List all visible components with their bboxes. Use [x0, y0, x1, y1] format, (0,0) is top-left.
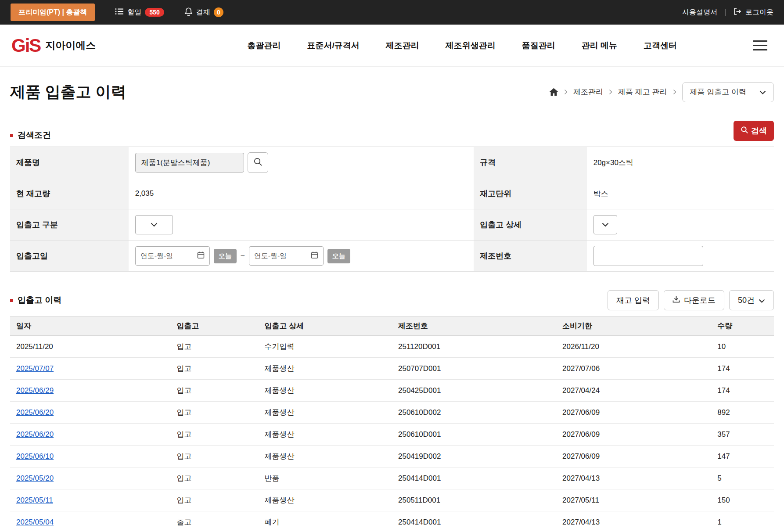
date-to-placeholder: 연도-월-일	[254, 252, 287, 261]
date-link[interactable]: 2025/06/10	[16, 452, 54, 460]
mfg-number-input[interactable]	[593, 246, 703, 266]
date-link[interactable]: 2025/06/29	[16, 386, 54, 395]
todo-list-icon	[115, 8, 124, 17]
date-link[interactable]: 2025/06/20	[16, 408, 54, 417]
detail-cell: 수기입력	[258, 336, 392, 358]
mfg-cell: 250425D001	[392, 380, 556, 402]
date-link[interactable]: 2025/05/11	[16, 496, 53, 504]
table-row: 2025/06/10 입고 제품생산 250419D002 2027/06/09…	[10, 446, 774, 467]
download-button-label: 다운로드	[684, 295, 716, 306]
search-section-title: 검색조건	[10, 129, 51, 141]
stock-unit-value: 박스	[593, 190, 608, 198]
date-link[interactable]: 2025/07/07	[16, 364, 54, 373]
premium-badge[interactable]: 프리미엄(PT) | 총괄책	[11, 4, 95, 21]
nav-item-hygiene[interactable]: 제조위생관리	[446, 40, 496, 51]
hamburger-menu-button[interactable]	[752, 39, 769, 52]
search-button[interactable]: 검색	[734, 121, 774, 141]
table-row: 2025/06/20 입고 제품생산 250610D002 2027/06/09…	[10, 402, 774, 424]
nav-item-standards[interactable]: 표준서/규격서	[307, 40, 359, 51]
stock-input-button[interactable]: 재고 입력	[608, 290, 659, 310]
search-form: 제품명 제품1(분말스틱제품) 규격 20g×30스틱 현 재고량 2,0	[10, 147, 774, 272]
history-table: 일자 입출고 입출고 상세 제조번호 소비기한 수량 2025/11/20 입고…	[10, 316, 774, 532]
date-from-placeholder: 연도-월-일	[140, 252, 173, 261]
chevron-down-icon	[602, 220, 609, 229]
chevron-down-icon	[151, 220, 158, 229]
logo[interactable]: GiS 지아이에스	[11, 36, 96, 55]
logo-mark: GiS	[11, 36, 40, 55]
breadcrumb-item-product-stock[interactable]: 제품 재고 관리	[618, 87, 667, 97]
mfg-cell: 250419D002	[392, 446, 556, 467]
product-name-input[interactable]: 제품1(분말스틱제품)	[135, 153, 244, 173]
history-section-title-text: 입출고 이력	[18, 295, 61, 306]
inout-type-select[interactable]	[135, 215, 173, 234]
table-header-row: 일자 입출고 입출고 상세 제조번호 소비기한 수량	[10, 316, 774, 336]
detail-cell: 제품생산	[258, 424, 392, 446]
breadcrumb-item-manufacturing[interactable]: 제조관리	[573, 87, 603, 97]
mfg-cell: 250610D002	[392, 402, 556, 424]
home-icon[interactable]	[549, 88, 558, 96]
breadcrumb: 제조관리 제품 재고 관리 제품 입출고 이력	[549, 82, 774, 102]
logout-icon	[734, 7, 742, 17]
stock-input-button-label: 재고 입력	[616, 295, 650, 306]
download-icon	[673, 295, 680, 305]
inout-detail-select[interactable]	[593, 215, 617, 234]
expiry-cell: 2027/07/06	[556, 358, 711, 380]
header: GiS 지아이에스 총괄관리 표준서/규격서 제조관리 제조위생관리 품질관리 …	[0, 25, 784, 67]
history-actions: 재고 입력 다운로드 50건	[608, 290, 774, 310]
inout-cell: 입고	[170, 380, 258, 402]
spec-label: 규격	[474, 147, 587, 178]
breadcrumb-current-label: 제품 입출고 이력	[690, 87, 746, 97]
detail-cell: 제품생산	[258, 489, 392, 511]
detail-cell: 제품생산	[258, 402, 392, 424]
qty-cell: 174	[711, 380, 774, 402]
inout-cell: 입고	[170, 336, 258, 358]
download-button[interactable]: 다운로드	[664, 290, 724, 310]
nav-item-quality[interactable]: 품질관리	[522, 40, 555, 51]
page-size-select[interactable]: 50건	[729, 290, 774, 310]
mfg-cell: 250414D001	[392, 467, 556, 489]
qty-cell: 10	[711, 336, 774, 358]
inout-detail-label: 입출고 상세	[474, 209, 587, 241]
date-range-separator: ~	[241, 252, 245, 260]
bell-icon	[184, 7, 193, 18]
product-search-button[interactable]	[248, 152, 268, 173]
inout-cell: 입고	[170, 402, 258, 424]
logo-name: 지아이에스	[45, 39, 96, 52]
logout-button[interactable]: 로그아웃	[734, 7, 773, 17]
date-to-input[interactable]: 연도-월-일	[249, 246, 324, 266]
date-link[interactable]: 2025/05/20	[16, 474, 54, 482]
col-header-inout: 입출고	[170, 316, 258, 336]
search-button-label: 검색	[751, 126, 767, 136]
nav-item-admin-menu[interactable]: 관리 메뉴	[582, 40, 617, 51]
inout-cell: 입고	[170, 358, 258, 380]
chevron-right-icon	[609, 89, 612, 95]
qty-cell: 1	[711, 511, 774, 532]
table-row: 2025/05/04 출고 폐기 250414D001 2027/04/13 1	[10, 511, 774, 532]
main-nav: 총괄관리 표준서/규격서 제조관리 제조위생관리 품질관리 관리 메뉴 고객센터	[247, 40, 677, 51]
nav-item-customer-center[interactable]: 고객센터	[644, 40, 677, 51]
qty-cell: 357	[711, 424, 774, 446]
qty-cell: 5	[711, 467, 774, 489]
approval-button[interactable]: 결재 0	[184, 7, 223, 18]
inout-cell: 입고	[170, 489, 258, 511]
date-link[interactable]: 2025/06/20	[16, 430, 54, 439]
mfg-number-label: 제조번호	[474, 241, 587, 272]
breadcrumb-current-select[interactable]: 제품 입출고 이력	[682, 82, 774, 102]
table-row: 2025/05/20 입고 반품 250414D001 2027/04/13 5	[10, 467, 774, 489]
mfg-cell: 250414D001	[392, 511, 556, 532]
nav-item-manufacturing[interactable]: 제조관리	[386, 40, 419, 51]
manual-link[interactable]: 사용설명서	[682, 8, 717, 17]
qty-cell: 147	[711, 446, 774, 467]
main-content: 제품 입출고 이력 제조관리 제품 재고 관리 제품 입출고 이력	[0, 82, 784, 532]
search-icon	[741, 126, 748, 136]
inout-cell: 출고	[170, 511, 258, 532]
detail-cell: 폐기	[258, 511, 392, 532]
nav-item-overall-management[interactable]: 총괄관리	[247, 40, 281, 51]
current-stock-value: 2,035	[135, 189, 154, 198]
todo-button[interactable]: 할일 550	[115, 8, 164, 17]
date-from-input[interactable]: 연도-월-일	[135, 246, 210, 266]
today-button-to[interactable]: 오늘	[327, 249, 350, 263]
detail-cell: 반품	[258, 467, 392, 489]
today-button-from[interactable]: 오늘	[214, 249, 237, 263]
date-link[interactable]: 2025/05/04	[16, 518, 54, 526]
